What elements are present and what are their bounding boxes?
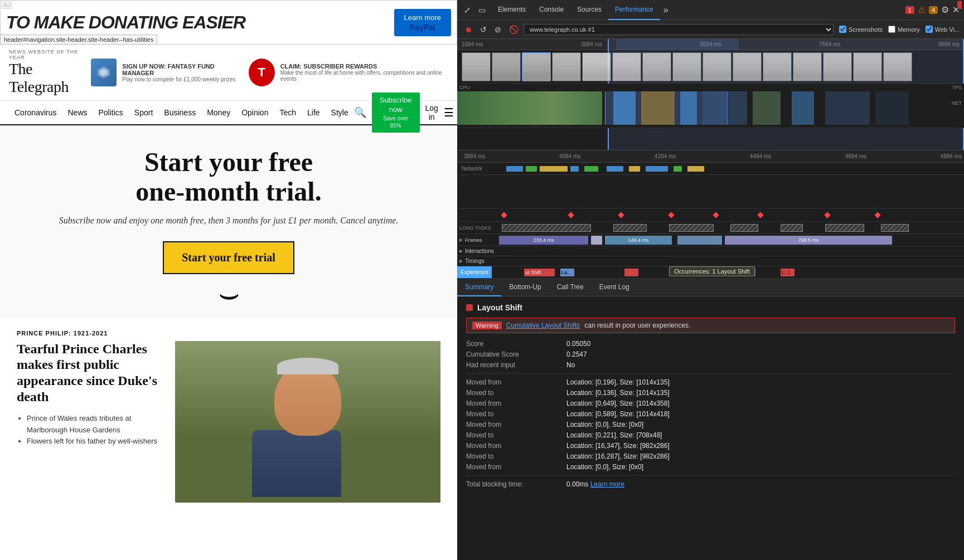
subscription-subtitle: Subscribe now and enjoy one month free, … <box>11 216 446 226</box>
article-text: Tearful Prince Charles makes first publi… <box>17 341 162 448</box>
cpu-area: CPU TPS NET <box>457 84 964 128</box>
cumulative-layout-shifts-link[interactable]: Cumulative Layout Shifts <box>506 322 580 329</box>
stop-button[interactable]: ⊘ <box>492 24 504 35</box>
screenshots-checkbox[interactable] <box>839 26 846 33</box>
experience-block-1[interactable]: ut Shift <box>524 269 555 276</box>
detail-cumulative-value: 0.2547 <box>566 350 587 358</box>
total-blocking-value: 0.00ms Learn more <box>566 480 624 488</box>
summary-tabs: Summary Bottom-Up Call Tree Event Log <box>457 279 964 296</box>
event-diamond-5 <box>713 212 719 218</box>
nav-money[interactable]: Money <box>201 100 236 125</box>
devtools-pointer-icon[interactable]: ⤢ <box>462 4 473 16</box>
subscribe-button[interactable]: Subscribe now Save over 85% <box>372 92 420 133</box>
tab-console[interactable]: Console <box>532 0 570 20</box>
moved-from-value-3: Location: [0,0], Size: [0x0] <box>566 421 643 428</box>
nav-tech[interactable]: Tech <box>274 100 302 125</box>
experience-block-3[interactable] <box>624 269 638 276</box>
event-diamond-3 <box>618 212 624 218</box>
bottom-mark-4: 4484 ms <box>750 153 771 159</box>
net-bar-8 <box>646 166 668 172</box>
learn-more-link[interactable]: Learn more <box>590 480 624 488</box>
event-diamond-7 <box>824 212 830 218</box>
devtools-bottom: Summary Bottom-Up Call Tree Event Log La… <box>457 279 964 560</box>
tab-event-log[interactable]: Event Log <box>592 279 637 296</box>
site-logo[interactable]: The Telegraph <box>9 60 91 96</box>
warning-count-badge: 4 <box>929 6 938 14</box>
frame-9 <box>703 52 732 81</box>
frame-5 <box>582 52 611 81</box>
promo1: SIGN UP NOW: FANTASY FUND MANAGER Play n… <box>91 59 240 86</box>
detail-divider-1 <box>466 373 955 374</box>
tab-sources[interactable]: Sources <box>570 0 608 20</box>
nav-opinion[interactable]: Opinion <box>236 100 274 125</box>
experience-block-7[interactable]: L...t <box>781 269 795 276</box>
summary-content: Layout Shift Warning Cumulative Layout S… <box>457 296 964 560</box>
webvi-label: Web Vi... <box>935 26 960 33</box>
moved-to-label-4: Moved to <box>466 452 566 460</box>
detail-recent-input-label: Had recent input <box>466 361 566 369</box>
layout-shift-dot <box>466 304 473 311</box>
time-mark-2: 3684 ms <box>581 41 602 47</box>
ad-label: Ad <box>2 2 12 9</box>
warning-icon: ⚠ <box>918 4 926 15</box>
gear-icon[interactable]: ⚙ <box>941 4 949 15</box>
learn-more-button[interactable]: Learn more PayPal <box>394 9 451 36</box>
layout-shift-header: Layout Shift <box>466 303 955 312</box>
tab-performance[interactable]: Performance <box>608 0 660 20</box>
net-bar-1 <box>506 166 523 172</box>
tab-summary[interactable]: Summary <box>457 279 501 296</box>
detail-cumulative-label: Cumulative Score <box>466 350 566 358</box>
nav-sport[interactable]: Sport <box>129 100 158 125</box>
record-button[interactable]: ⏺ <box>462 24 475 35</box>
tab-bottom-up[interactable]: Bottom-Up <box>501 279 549 296</box>
nav-news[interactable]: News <box>62 100 93 125</box>
bullet-2: Flowers left for his father by well-wish… <box>27 436 162 447</box>
bottom-time-marks: 3884 ms 4084 ms 4284 ms 4484 ms 4684 ms … <box>462 153 964 159</box>
nav-life[interactable]: Life <box>302 100 326 125</box>
tab-call-tree[interactable]: Call Tree <box>549 279 592 296</box>
moved-to-value-1: Location: [0,136], Size: [1014x135] <box>566 389 670 397</box>
tooltip-bar: header#navigation.site-header.site-heade… <box>0 35 157 45</box>
detail-moved-to-4: Moved to Location: [16,287], Size: [982x… <box>466 452 955 460</box>
article-headline[interactable]: Tearful Prince Charles makes first publi… <box>17 341 162 405</box>
promo2-text: CLAIM: SUBSCRIBER REWARDS Make the most … <box>280 63 448 82</box>
site-award: NEWS WEBSITE OF THE YEAR <box>9 49 91 60</box>
webvi-checkbox[interactable] <box>926 26 933 33</box>
timeline-area[interactable]: 1684 ms 3684 ms 5684 ms 7684 ms 9684 ms <box>457 39 964 150</box>
net-bar-5 <box>584 166 598 172</box>
detail-moved-to-3: Moved to Location: [0,221], Size: [708x4… <box>466 431 955 439</box>
tps-label: TPS <box>952 85 962 90</box>
nav-right: 🔍 Subscribe now Save over 85% Log in ☰ <box>354 92 454 133</box>
detail-moved-from-4: Moved from Location: [16,347], Size: [98… <box>466 442 955 450</box>
url-select[interactable]: www.telegraph.co.uk #1 <box>524 24 834 35</box>
search-icon[interactable]: 🔍 <box>354 106 366 119</box>
nav-business[interactable]: Business <box>158 100 201 125</box>
frame-block-4 <box>677 236 722 245</box>
layout-shift-title: Layout Shift <box>477 303 522 312</box>
cpu-label: CPU <box>459 85 470 90</box>
events-row <box>457 208 964 222</box>
devtools-more-icon[interactable]: » <box>660 5 672 15</box>
memory-checkbox[interactable] <box>888 26 895 33</box>
nav-style[interactable]: Style <box>326 100 354 125</box>
clear-button[interactable]: 🚫 <box>506 24 521 35</box>
timing-marker <box>957 1 962 9</box>
promo2-sub: Make the most of life at home with offer… <box>280 70 448 82</box>
moved-from-label-5: Moved from <box>466 463 566 471</box>
trial-button[interactable]: Start your free trial <box>163 241 294 274</box>
experience-block-2[interactable]: La... <box>560 269 574 276</box>
nav-coronavirus[interactable]: Coronavirus <box>9 100 62 125</box>
total-blocking-label: Total blocking time: <box>466 480 566 488</box>
nav-politics[interactable]: Politics <box>93 100 129 125</box>
hamburger-icon[interactable]: ☰ <box>444 106 454 119</box>
network-bars <box>506 165 964 173</box>
frames-label: ▶ Frames <box>457 237 496 243</box>
promo2: T CLAIM: SUBSCRIBER REWARDS Make the mos… <box>249 59 448 86</box>
login-button[interactable]: Log in <box>425 104 438 121</box>
tab-elements[interactable]: Elements <box>491 0 532 20</box>
experience-row: Experience ut Shift La... L...t Occurren… <box>457 266 964 279</box>
devtools-device-icon[interactable]: ▭ <box>476 4 488 16</box>
bottom-mark-3: 4284 ms <box>655 153 676 159</box>
reload-button[interactable]: ↺ <box>477 24 490 35</box>
detail-moved-from-5: Moved from Location: [0,0], Size: [0x0] <box>466 463 955 471</box>
